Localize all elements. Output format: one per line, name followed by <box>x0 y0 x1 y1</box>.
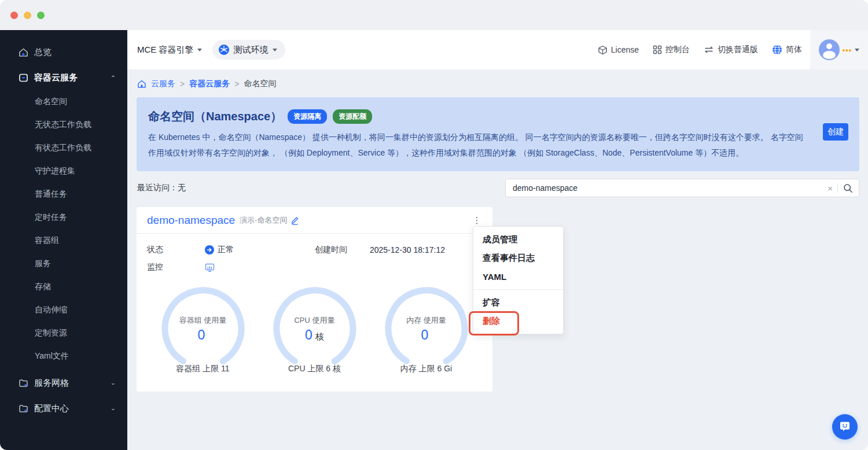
chevron-down-icon: ⌄ <box>111 380 116 386</box>
home-icon <box>137 79 146 88</box>
home-icon <box>19 47 28 57</box>
gauge-unit: 核 <box>315 331 324 342</box>
create-button[interactable]: 创建 <box>823 123 848 141</box>
switch-version-link[interactable]: 切换普通版 <box>704 45 758 55</box>
monitor-chart-icon[interactable] <box>205 263 215 272</box>
chat-smiley-icon <box>838 420 852 434</box>
sidebar-item-job[interactable]: 普通任务 <box>0 183 127 206</box>
language-label: 简体 <box>786 45 802 55</box>
close-window-button[interactable] <box>10 12 18 19</box>
switch-arrows-icon <box>704 46 714 54</box>
sidebar-item-overview[interactable]: 总览 <box>0 40 127 64</box>
license-label: License <box>611 45 639 54</box>
breadcrumb-namespace: 命名空间 <box>244 79 276 89</box>
caret-down-icon <box>855 49 859 51</box>
product-name: MCE 容器引擎 <box>137 45 194 56</box>
kubernetes-icon <box>218 44 230 56</box>
sidebar-item-cronjob[interactable]: 定时任务 <box>0 206 127 229</box>
header-actions: License 控制台 切换普通版 简体 <box>598 45 802 55</box>
menu-item-delete[interactable]: 删除 <box>473 312 563 330</box>
environment-selector[interactable]: 测试环境 <box>212 40 285 60</box>
app-window: 总览 容器云服务 ⌃ 命名空间 无状态工作负载 有状态工作负载 守护进程集 普通… <box>0 0 868 450</box>
sidebar-item-yaml-file[interactable]: Yaml文件 <box>0 345 127 368</box>
sidebar-item-config-center[interactable]: 配置中心 ⌄ <box>0 397 127 420</box>
console-link[interactable]: 控制台 <box>653 45 690 55</box>
caret-down-icon <box>273 49 277 51</box>
badge-resource-isolation: 资源隔离 <box>288 109 327 124</box>
search-icon[interactable] <box>843 183 853 193</box>
gauge-value: 0 <box>198 327 205 343</box>
sidebar-submenu: 命名空间 无状态工作负载 有状态工作负载 守护进程集 普通任务 定时任务 容器组… <box>0 90 127 368</box>
chevron-up-icon: ⌃ <box>111 75 116 80</box>
edit-alias-icon[interactable] <box>290 216 299 225</box>
namespace-info-banner: 命名空间（Namespace） 资源隔离 资源配额 在 Kubernetes 中… <box>137 97 859 171</box>
breadcrumb-separator: > <box>180 79 185 88</box>
card-header: demo-namespace 演示-命名空间 ⋮ <box>137 207 492 234</box>
sidebar-item-deployment[interactable]: 无状态工作负载 <box>0 113 127 137</box>
sidebar-item-service-mesh[interactable]: 服务网格 ⌄ <box>0 371 127 394</box>
gauge-value: 0 <box>421 327 429 343</box>
breadcrumb-container-cloud[interactable]: 容器云服务 <box>189 79 230 89</box>
caret-down-icon <box>197 49 202 51</box>
gauge-value: 0 <box>305 327 312 343</box>
container-service-icon <box>19 73 28 83</box>
environment-name: 测试环境 <box>234 45 269 56</box>
namespace-name-link[interactable]: demo-namespace <box>147 214 235 227</box>
status-label: 状态 <box>147 245 205 255</box>
sidebar-item-pod[interactable]: 容器组 <box>0 229 127 252</box>
sidebar: 总览 容器云服务 ⌃ 命名空间 无状态工作负载 有状态工作负载 守护进程集 普通… <box>0 30 127 450</box>
gauge-label: 容器组 使用量 <box>179 315 227 326</box>
zoom-window-button[interactable] <box>37 12 45 19</box>
breadcrumb-separator: > <box>234 79 239 88</box>
clear-search-icon[interactable]: × <box>823 183 837 193</box>
gauge-label: CPU 使用量 <box>294 315 334 326</box>
sidebar-item-container-cloud[interactable]: 容器云服务 ⌃ <box>0 66 127 89</box>
namespace-alias: 演示-命名空间 <box>240 215 287 226</box>
sidebar-item-label: 容器云服务 <box>34 72 78 83</box>
sidebar-item-storage[interactable]: 存储 <box>0 275 127 298</box>
globe-icon <box>772 45 782 55</box>
menu-divider <box>473 289 563 290</box>
breadcrumb-cloud-services[interactable]: 云服务 <box>151 79 175 89</box>
console-grid-icon <box>653 45 662 54</box>
search-input[interactable] <box>513 183 823 193</box>
support-chat-button[interactable] <box>832 414 858 440</box>
license-box-icon <box>598 45 608 55</box>
recent-visits: 最近访问：无 <box>137 183 186 193</box>
language-switcher[interactable]: 简体 <box>772 45 802 55</box>
card-body: 状态 正常 创建时间 2025-12-30 18:17:12 监控 <box>137 234 492 374</box>
menu-item-event-log[interactable]: 查看事件日志 <box>473 249 563 267</box>
minimize-window-button[interactable] <box>24 12 31 19</box>
license-link[interactable]: License <box>598 45 639 55</box>
toolbar-row: 最近访问：无 × <box>137 179 859 197</box>
sidebar-item-statefulset[interactable]: 有状态工作负载 <box>0 137 127 160</box>
avatar <box>819 39 840 60</box>
created-label: 创建时间 <box>315 245 370 255</box>
menu-item-member-management[interactable]: 成员管理 <box>473 230 563 249</box>
menu-item-scale[interactable]: 扩容 <box>473 293 563 312</box>
usage-gauges: 容器组 使用量 0 容器组 上限 11 CPU 使用量 0核 <box>147 285 482 374</box>
chevron-down-icon: ⌄ <box>111 405 116 411</box>
switch-version-label: 切换普通版 <box>718 45 758 55</box>
page-title: 命名空间（Namespace） <box>148 109 282 124</box>
search-divider <box>837 183 838 193</box>
status-value: 正常 <box>218 245 234 255</box>
product-switcher[interactable]: MCE 容器引擎 <box>137 45 202 56</box>
folder-icon <box>19 378 28 388</box>
card-actions-menu: 成员管理 查看事件日志 YAML 扩容 删除 <box>473 226 564 334</box>
sidebar-item-label: 配置中心 <box>34 403 69 414</box>
console-label: 控制台 <box>665 45 690 55</box>
sidebar-item-custom-resource[interactable]: 定制资源 <box>0 322 127 345</box>
sidebar-item-daemonset[interactable]: 守护进程集 <box>0 160 127 183</box>
badge-resource-quota: 资源配额 <box>333 109 372 124</box>
sidebar-item-service[interactable]: 服务 <box>0 252 127 275</box>
card-more-actions-button[interactable]: ⋮ <box>472 219 482 222</box>
sidebar-item-namespace[interactable]: 命名空间 <box>0 90 127 113</box>
menu-item-yaml[interactable]: YAML <box>473 267 563 286</box>
gauge-cpu: CPU 使用量 0核 CPU 上限 6 核 <box>259 285 370 374</box>
sidebar-item-autoscale[interactable]: 自动伸缩 <box>0 298 127 322</box>
gauge-pods: 容器组 使用量 0 容器组 上限 11 <box>147 285 259 374</box>
account-menu[interactable]: ••• <box>810 30 868 69</box>
status-running-icon <box>205 245 214 254</box>
folder-icon <box>19 404 28 414</box>
